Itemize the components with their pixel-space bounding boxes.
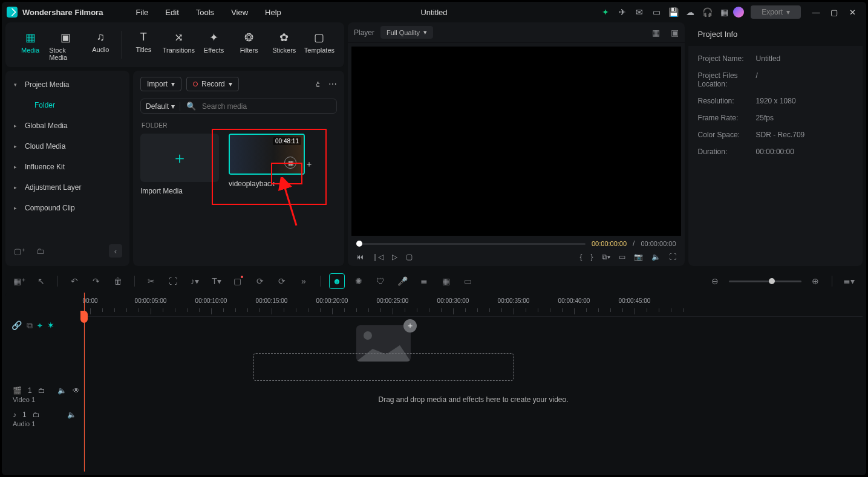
tab-effects[interactable]: ✦Effects [198,27,230,67]
speed-icon[interactable]: ⟳ [252,273,268,289]
video-track-header[interactable]: 🎬1🗀🔈👁 Video 1 [5,383,83,407]
more-icon[interactable]: ⋯ [328,79,337,89]
player-viewport[interactable] [351,47,681,236]
tab-templates[interactable]: ▢Templates [303,27,336,67]
frame-icon[interactable]: ▦ [438,273,454,289]
add-to-timeline-icon[interactable]: ▦ [284,157,296,169]
tab-stock-media[interactable]: ▣Stock Media [49,27,82,67]
collapse-sidebar-icon[interactable]: ‹ [109,244,122,258]
sidebar-item-compound-clip[interactable]: ▸Compound Clip [5,198,129,218]
play-icon[interactable]: ▷ [392,253,397,261]
drop-zone[interactable] [253,353,514,381]
new-folder-icon[interactable]: 🗀 [33,244,47,258]
unlink-icon[interactable]: ⧉ [27,320,33,331]
layout-grid-icon[interactable]: ▦ [652,28,660,37]
timeline-canvas[interactable]: 00:0000:00:05:0000:00:10:0000:00:15:0000… [84,293,863,472]
marker-out-icon[interactable]: } [591,253,593,261]
menu-tools[interactable]: Tools [188,8,223,17]
sidebar-item-global-media[interactable]: ▸Global Media [5,115,129,136]
tab-media[interactable]: ▦Media [14,27,47,67]
menu-file[interactable]: File [127,8,157,17]
crop-icon[interactable]: ⛶ [165,273,181,289]
volume-icon[interactable]: 🔈 [651,253,661,261]
prev-frame-icon[interactable]: ⏮ [356,253,364,261]
search-input[interactable] [202,102,331,111]
new-bin-icon[interactable]: ▢⁺ [13,244,26,258]
import-dropdown[interactable]: Import▾ [140,77,181,91]
snap-icon[interactable]: ✶ [47,320,54,331]
beat-icon[interactable]: ≣ [416,273,432,289]
tab-filters[interactable]: ❂Filters [233,27,266,67]
redo-icon[interactable]: ↷ [88,273,104,289]
tab-stickers[interactable]: ✿Stickers [268,27,301,67]
save-icon[interactable]: 💾 [665,4,681,20]
menu-view[interactable]: View [223,8,256,17]
screen-icon[interactable]: ▭ [648,4,664,20]
tool-a-icon[interactable]: ✺ [351,273,367,289]
import-media-card[interactable]: ＋ Import Media [140,134,219,195]
speed2-icon[interactable]: ⟳ [274,273,290,289]
magnet-icon[interactable]: ⌖ [38,320,42,331]
clip-thumbnail[interactable]: 00:48:11 ▦ [229,134,305,175]
profile-icon[interactable] [733,7,744,18]
fullscreen-icon[interactable]: ⛶ [669,253,676,261]
tl-add-icon[interactable]: ▦⁺ [11,273,27,289]
more-tl-icon[interactable]: » [296,273,312,289]
plus-icon[interactable]: ＋ [305,159,313,170]
text-icon[interactable]: T▾ [209,273,224,289]
tool-b-icon[interactable]: 🛡 [373,273,388,289]
undo-icon[interactable]: ↶ [67,273,82,289]
record-tl-icon[interactable]: ▢ [230,273,246,289]
gift-icon[interactable]: ✦ [598,4,613,20]
menu-edit[interactable]: Edit [157,8,187,17]
step-back-icon[interactable]: ❘◁ [372,253,383,261]
music-icon[interactable]: ♪▾ [187,273,203,289]
media-clip[interactable]: 00:48:11 ▦ ＋ videoplayback [229,134,307,195]
headphones-icon[interactable]: 🎧 [699,4,715,20]
timeline-ruler[interactable]: 00:0000:00:05:0000:00:10:0000:00:15:0000… [84,293,863,317]
snapshot-icon[interactable]: 📷 [634,253,643,261]
tl-options-icon[interactable]: ≣▾ [841,273,857,289]
zoom-in-icon[interactable]: ⊕ [808,273,823,289]
progress-knob[interactable] [356,241,362,247]
minimize-button[interactable]: — [807,8,825,17]
zoom-out-icon[interactable]: ⊖ [707,273,723,289]
send-icon[interactable]: ✈ [615,4,630,20]
eye-icon[interactable]: 👁 [73,386,80,395]
sidebar-item-cloud-media[interactable]: ▸Cloud Media [5,136,129,157]
tab-transitions[interactable]: ⤨Transitions [162,27,195,67]
sidebar-folder[interactable]: Folder [5,95,129,115]
cloud-icon[interactable]: ☁ [682,4,698,20]
sidebar-item-influence-kit[interactable]: ▸Influence Kit [5,157,129,177]
zoom-slider[interactable] [729,281,801,282]
grid-icon[interactable]: ▦ [716,4,732,20]
message-icon[interactable]: ✉ [631,4,647,20]
ai-icon[interactable]: ☻ [329,273,345,289]
sort-default-dropdown[interactable]: Default▾ [146,102,180,111]
delete-icon[interactable]: 🗑 [110,273,126,289]
marker-in-icon[interactable]: { [580,253,582,261]
sidebar-item-project-media[interactable]: ▾Project Media [5,74,129,95]
folder-icon[interactable]: 🗀 [33,410,40,419]
close-button[interactable]: ✕ [843,8,861,17]
cut-icon[interactable]: ✂ [143,273,159,289]
quality-dropdown[interactable]: Full Quality▾ [380,26,433,39]
maximize-button[interactable]: ▢ [825,8,843,17]
link-icon[interactable]: 🔗 [11,320,22,331]
playhead[interactable] [84,293,85,472]
tl-cursor-icon[interactable]: ↖ [33,273,49,289]
zoom-knob[interactable] [769,278,775,284]
folder-icon[interactable]: 🗀 [38,386,45,395]
volume-icon[interactable]: 🔈 [67,410,76,419]
export-button[interactable]: Export▾ [751,5,801,19]
filter-icon[interactable]: ⫃ [316,79,320,89]
player-progress[interactable] [356,243,586,245]
picture-icon[interactable]: ▣ [671,28,679,37]
menu-help[interactable]: Help [256,8,290,17]
sidebar-item-adjustment-layer[interactable]: ▸Adjustment Layer [5,177,129,198]
tab-titles[interactable]: TTitles [127,27,160,67]
caption-icon[interactable]: ▭ [460,273,475,289]
record-dropdown[interactable]: Record▾ [186,77,239,91]
display-icon[interactable]: ▭ [619,253,625,261]
mic-icon[interactable]: 🎤 [394,273,410,289]
